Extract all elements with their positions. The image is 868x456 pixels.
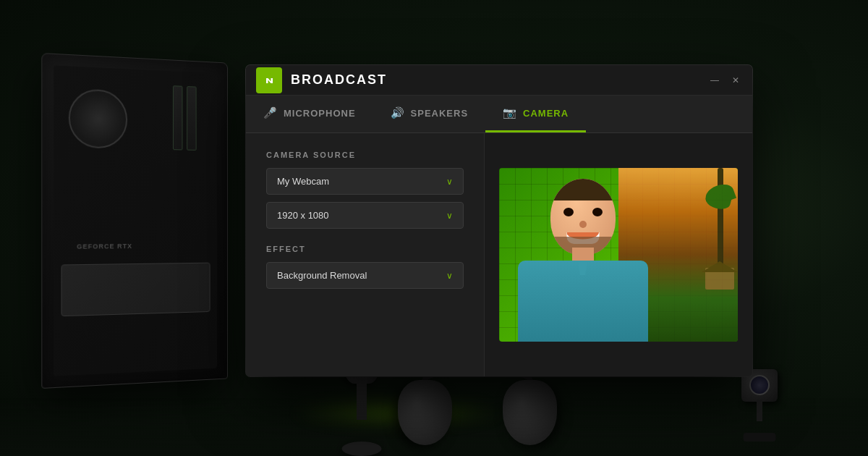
camera-source-value: My Webcam: [277, 176, 329, 187]
cam-base: [744, 433, 776, 442]
tab-microphone[interactable]: 🎤 MICROPHONE: [246, 96, 373, 132]
camera-source-dropdown[interactable]: My Webcam ∨: [266, 168, 464, 195]
effect-label: EFFECT: [266, 245, 464, 253]
camera-source-label: CAMERA SOURCE: [266, 151, 464, 159]
title-bar: BROADCAST — ✕: [246, 65, 752, 96]
effect-section: EFFECT Background Removal ∨: [266, 245, 464, 289]
app-title: BROADCAST: [291, 72, 707, 88]
camera-source-arrow: ∨: [446, 177, 453, 187]
right-panel: [485, 133, 752, 376]
tab-camera-label: CAMERA: [523, 108, 569, 119]
tab-bar: 🎤 MICROPHONE 🔊 SPEAKERS 📷 CAMERA: [246, 96, 752, 133]
effect-dropdown[interactable]: Background Removal ∨: [266, 262, 464, 289]
left-panel: CAMERA SOURCE My Webcam ∨ 1920 x 1080 ∨ …: [246, 133, 485, 376]
camera-preview: [499, 168, 738, 342]
headphone-cup-right: [503, 380, 557, 445]
cpu-cooler: [69, 88, 127, 149]
close-button[interactable]: ✕: [729, 74, 742, 87]
pc-tower: GEFORCE RTX: [41, 53, 228, 389]
mic-base: [342, 442, 382, 456]
small-camera-physical: [738, 369, 781, 442]
minimize-button[interactable]: —: [707, 74, 722, 87]
window-controls: — ✕: [707, 74, 742, 87]
headphone-cup-left: [398, 380, 452, 445]
tab-speakers-label: SPEAKERS: [411, 108, 469, 119]
resolution-value: 1920 x 1080: [277, 210, 329, 221]
effect-arrow: ∨: [446, 271, 453, 281]
gpu-label: GEFORCE RTX: [77, 242, 132, 250]
tab-speakers[interactable]: 🔊 SPEAKERS: [373, 96, 486, 132]
tab-camera[interactable]: 📷 CAMERA: [485, 96, 586, 132]
ram-stick-1: [187, 86, 196, 151]
mic-body: [357, 376, 367, 420]
resolution-arrow: ∨: [446, 211, 453, 221]
speakers-icon: 🔊: [391, 106, 405, 119]
camera-tab-icon: 📷: [503, 106, 517, 119]
app-window: BROADCAST — ✕ 🎤 MICROPHONE 🔊 SPEAKERS 📷 …: [246, 65, 752, 376]
content-area: CAMERA SOURCE My Webcam ∨ 1920 x 1080 ∨ …: [246, 133, 752, 376]
cam-stand: [757, 400, 762, 421]
cam-lens: [749, 375, 770, 395]
microphone-icon: 🎤: [263, 106, 278, 119]
nvidia-logo: [256, 67, 282, 93]
tab-microphone-label: MICROPHONE: [284, 108, 356, 119]
gpu-card: GEFORCE RTX: [61, 263, 210, 317]
effect-value: Background Removal: [277, 270, 367, 281]
resolution-dropdown[interactable]: 1920 x 1080 ∨: [266, 202, 464, 229]
ram-stick-2: [173, 85, 183, 150]
